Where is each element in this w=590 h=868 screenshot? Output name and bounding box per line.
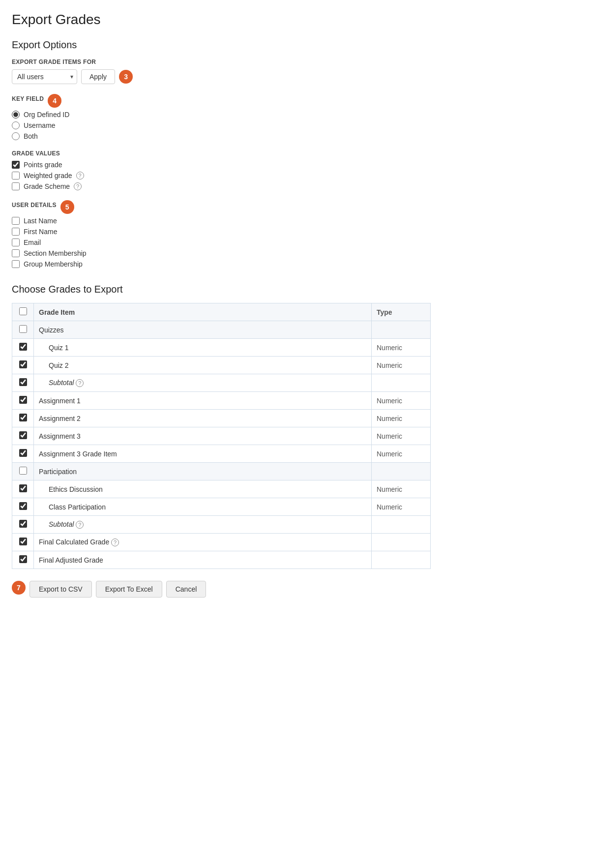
points-grade-checkbox[interactable]: [12, 161, 20, 169]
first-name-checkbox[interactable]: [12, 228, 20, 236]
final-calculated-grade-help-icon[interactable]: ?: [111, 539, 119, 546]
participation-subtotal-help-icon[interactable]: ?: [76, 521, 84, 529]
final-calculated-grade-type-cell: [372, 534, 431, 551]
quizzes-group-row: Quizzes: [12, 321, 431, 339]
username-radio[interactable]: [12, 121, 20, 129]
key-field-both[interactable]: Both: [12, 132, 431, 140]
weighted-grade-checkbox[interactable]: [12, 172, 20, 180]
final-calculated-grade-checkbox[interactable]: [19, 538, 27, 545]
ethics-discussion-check-cell[interactable]: [12, 480, 34, 498]
participation-subtotal-checkbox[interactable]: [19, 520, 27, 528]
final-adjusted-grade-label-cell: Final Adjusted Grade: [34, 551, 372, 569]
class-participation-checkbox[interactable]: [19, 502, 27, 510]
export-csv-button[interactable]: Export to CSV: [30, 581, 92, 598]
assignment2-check-cell[interactable]: [12, 410, 34, 427]
key-field-org-defined-id[interactable]: Org Defined ID: [12, 111, 431, 119]
final-calculated-grade-check-cell[interactable]: [12, 534, 34, 551]
weighted-grade-item[interactable]: Weighted grade ?: [12, 172, 431, 180]
quiz1-checkbox[interactable]: [19, 343, 27, 351]
grade-scheme-item[interactable]: Grade Scheme ?: [12, 182, 431, 190]
participation-subtotal-check-cell[interactable]: [12, 516, 34, 534]
ethics-discussion-label-cell: Ethics Discussion: [34, 480, 372, 498]
final-adjusted-grade-checkbox[interactable]: [19, 555, 27, 563]
class-participation-type-cell: Numeric: [372, 498, 431, 516]
section-membership-checkbox[interactable]: [12, 249, 20, 257]
section-membership-item[interactable]: Section Membership: [12, 249, 431, 257]
first-name-item[interactable]: First Name: [12, 228, 431, 236]
participation-subtotal-type-cell: [372, 516, 431, 534]
assignment2-label-cell: Assignment 2: [34, 410, 372, 427]
all-users-select[interactable]: All users Selected users: [12, 69, 77, 84]
participation-group-row: Participation: [12, 463, 431, 480]
select-all-checkbox[interactable]: [19, 307, 27, 315]
email-item[interactable]: Email: [12, 239, 431, 246]
quizzes-subtotal-checkbox[interactable]: [19, 378, 27, 386]
grade-values-section: Grade Values Points grade Weighted grade…: [12, 150, 431, 190]
export-excel-button[interactable]: Export To Excel: [96, 581, 162, 598]
ethics-discussion-type-cell: Numeric: [372, 480, 431, 498]
weighted-grade-help-icon[interactable]: ?: [76, 172, 84, 180]
group-membership-item[interactable]: Group Membership: [12, 260, 431, 268]
grades-table-header-row: Grade Item Type: [12, 303, 431, 321]
final-adjusted-grade-row: Final Adjusted Grade: [12, 551, 431, 569]
page-title: Export Grades: [12, 12, 431, 28]
quiz1-check-cell[interactable]: [12, 339, 34, 357]
quizzes-subtotal-label: Subtotal: [49, 379, 74, 387]
quiz2-checkbox[interactable]: [19, 360, 27, 368]
last-name-label: Last Name: [24, 217, 57, 225]
quizzes-checkbox[interactable]: [19, 325, 27, 333]
final-adjusted-grade-check-cell[interactable]: [12, 551, 34, 569]
final-adjusted-grade-type-cell: [372, 551, 431, 569]
footer-buttons: 7 Export to CSV Export To Excel Cancel: [12, 581, 431, 598]
assignment2-checkbox[interactable]: [19, 414, 27, 421]
points-grade-item[interactable]: Points grade: [12, 161, 431, 169]
assignment3-check-cell[interactable]: [12, 427, 34, 445]
last-name-item[interactable]: Last Name: [12, 217, 431, 225]
cancel-button[interactable]: Cancel: [166, 581, 206, 598]
grade-item-col-header: Grade Item: [34, 303, 372, 321]
class-participation-label-cell: Class Participation: [34, 498, 372, 516]
assignment3-checkbox[interactable]: [19, 431, 27, 439]
assignment1-checkbox[interactable]: [19, 396, 27, 404]
class-participation-check-cell[interactable]: [12, 498, 34, 516]
key-field-username[interactable]: Username: [12, 121, 431, 129]
username-label: Username: [24, 121, 56, 129]
quiz1-row: Quiz 1 Numeric: [12, 339, 431, 357]
export-for-section: Export Grade Items For All users Selecte…: [12, 59, 431, 84]
assignment3-grade-item-label-cell: Assignment 3 Grade Item: [34, 445, 372, 463]
assignment3-grade-item-checkbox[interactable]: [19, 449, 27, 457]
quiz2-type-cell: Numeric: [372, 357, 431, 374]
grade-scheme-help-icon[interactable]: ?: [74, 182, 82, 190]
participation-subtotal-row: Subtotal ?: [12, 516, 431, 534]
both-radio[interactable]: [12, 132, 20, 140]
export-for-row: All users Selected users ▾ Apply 3: [12, 69, 431, 84]
quizzes-subtotal-help-icon[interactable]: ?: [76, 379, 84, 387]
grade-scheme-checkbox[interactable]: [12, 182, 20, 190]
quizzes-check-cell[interactable]: [12, 321, 34, 339]
apply-button[interactable]: Apply: [81, 69, 115, 84]
quizzes-subtotal-check-cell[interactable]: [12, 374, 34, 392]
participation-check-cell[interactable]: [12, 463, 34, 480]
ethics-discussion-checkbox[interactable]: [19, 484, 27, 492]
email-checkbox[interactable]: [12, 239, 20, 246]
assignment3-grade-item-check-cell[interactable]: [12, 445, 34, 463]
group-membership-checkbox[interactable]: [12, 260, 20, 268]
user-details-label: User Details: [12, 202, 57, 209]
quiz2-check-cell[interactable]: [12, 357, 34, 374]
grade-values-label: Grade Values: [12, 150, 431, 157]
type-col-header: Type: [372, 303, 431, 321]
quizzes-label-cell: Quizzes: [34, 321, 372, 339]
last-name-checkbox[interactable]: [12, 217, 20, 225]
header-check-col: [12, 303, 34, 321]
step-5-badge: 5: [60, 200, 74, 214]
final-calculated-grade-label-cell: Final Calculated Grade ?: [34, 534, 372, 551]
user-details-label-row: User Details 5: [12, 200, 431, 214]
assignment1-check-cell[interactable]: [12, 392, 34, 410]
points-grade-label: Points grade: [24, 161, 62, 169]
org-defined-id-label: Org Defined ID: [24, 111, 69, 119]
quizzes-subtotal-label-cell: Subtotal ?: [34, 374, 372, 392]
participation-checkbox[interactable]: [19, 467, 27, 475]
key-field-label-row: Key Field 4: [12, 94, 431, 108]
org-defined-id-radio[interactable]: [12, 111, 20, 119]
quiz2-row: Quiz 2 Numeric: [12, 357, 431, 374]
